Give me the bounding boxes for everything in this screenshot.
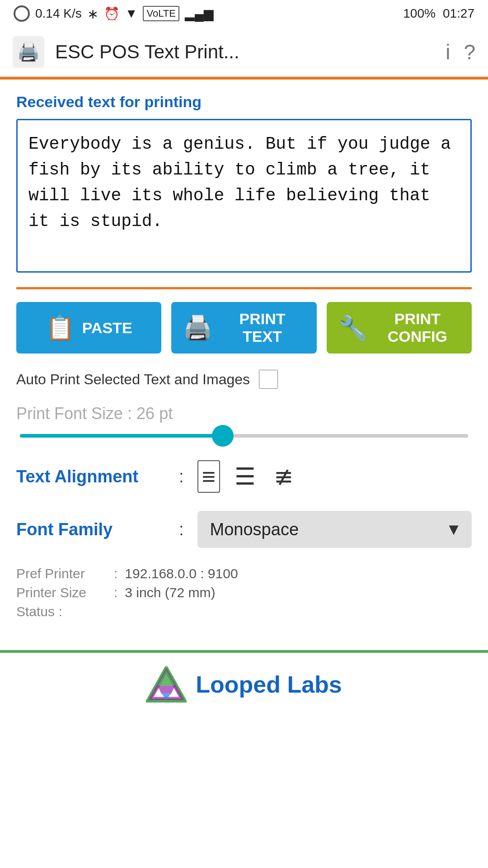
print-text-label: PRINT TEXT <box>220 310 305 345</box>
footer: Looped Labs <box>0 653 488 716</box>
volte-badge: VoLTE <box>143 6 179 21</box>
footer-brand-text: Looped Labs <box>196 671 342 698</box>
action-buttons-row: 📋 PASTE 🖨️ PRINT TEXT 🔧 PRINT CONFIG <box>16 302 472 354</box>
help-button[interactable]: ? <box>464 42 475 62</box>
status-bar: 0.14 K/s ∗ ⏰ ▼ VoLTE ▂▄▆ 100% 01:27 <box>0 0 488 27</box>
font-family-select[interactable]: MonospaceSerifSans-serifCourier <box>197 511 472 548</box>
middle-orange-divider <box>16 287 472 289</box>
pref-printer-label: Pref Printer <box>16 566 107 581</box>
align-left-button[interactable]: ≡ <box>197 460 220 493</box>
paste-icon: 📋 <box>46 316 75 340</box>
paste-label: PASTE <box>82 319 132 337</box>
battery-level: 100% <box>403 6 436 21</box>
alarm-icon: ⏰ <box>104 6 120 21</box>
auto-print-label: Auto Print Selected Text and Images <box>16 371 250 388</box>
app-bar: 🖨️ ESC POS Text Print... i ? <box>0 27 488 77</box>
received-text-label: Received text for printing <box>16 93 472 111</box>
paste-button[interactable]: 📋 PASTE <box>16 302 161 354</box>
printer-icon: 🖨️ <box>183 316 212 340</box>
font-family-colon: : <box>179 520 184 539</box>
signal-bars-icon: ▂▄▆ <box>185 6 214 21</box>
font-family-row: Font Family : MonospaceSerifSans-serifCo… <box>16 511 472 548</box>
pref-printer-colon: : <box>114 566 117 581</box>
font-size-slider-container <box>16 431 472 439</box>
font-size-label: Print Font Size : 26 pt <box>16 404 472 423</box>
app-icon: 🖨️ <box>13 36 44 68</box>
printer-size-label: Printer Size <box>16 585 107 600</box>
bluetooth-icon: ∗ <box>87 6 99 22</box>
text-alignment-row: Text Alignment : ≡ ☰ ≢ <box>16 460 472 493</box>
print-text-input[interactable] <box>16 119 472 273</box>
status-label: Status : <box>16 604 107 619</box>
pref-printer-row: Pref Printer : 192.168.0.0 : 9100 <box>16 566 472 581</box>
align-center-button[interactable]: ☰ <box>231 461 259 492</box>
text-alignment-label: Text Alignment <box>16 467 170 486</box>
looped-labs-logo-icon <box>146 666 187 703</box>
status-row: Status : <box>16 604 472 619</box>
printer-size-value: 3 inch (72 mm) <box>125 585 215 600</box>
config-icon: 🔧 <box>338 316 368 340</box>
signal-icon <box>14 5 30 22</box>
font-family-label: Font Family <box>16 520 170 539</box>
printer-info: Pref Printer : 192.168.0.0 : 9100 Printe… <box>16 566 472 619</box>
align-right-button[interactable]: ≢ <box>270 461 297 492</box>
font-family-select-wrapper: MonospaceSerifSans-serifCourier ▼ <box>197 511 472 548</box>
print-config-label: PRINT CONFIG <box>375 310 460 345</box>
auto-print-row: Auto Print Selected Text and Images <box>16 370 472 389</box>
pref-printer-value: 192.168.0.0 : 9100 <box>125 566 238 581</box>
app-bar-actions: i ? <box>446 42 475 62</box>
font-size-slider[interactable] <box>20 434 468 438</box>
alignment-buttons: ≡ ☰ ≢ <box>197 460 297 493</box>
clock-time: 01:27 <box>443 6 474 21</box>
main-content: Received text for printing 📋 PASTE 🖨️ PR… <box>0 80 488 637</box>
alignment-colon: : <box>179 467 184 486</box>
status-left: 0.14 K/s ∗ ⏰ ▼ VoLTE ▂▄▆ <box>14 5 214 22</box>
network-speed: 0.14 K/s <box>35 6 82 21</box>
wifi-icon: ▼ <box>125 6 138 21</box>
status-right: 100% 01:27 <box>403 6 474 21</box>
printer-size-row: Printer Size : 3 inch (72 mm) <box>16 585 472 600</box>
print-config-button[interactable]: 🔧 PRINT CONFIG <box>327 302 472 354</box>
svg-marker-3 <box>158 686 175 694</box>
info-button[interactable]: i <box>446 42 450 62</box>
printer-size-colon: : <box>114 585 117 600</box>
print-text-button[interactable]: 🖨️ PRINT TEXT <box>171 302 316 354</box>
auto-print-checkbox[interactable] <box>259 370 278 389</box>
app-title: ESC POS Text Print... <box>55 41 435 63</box>
